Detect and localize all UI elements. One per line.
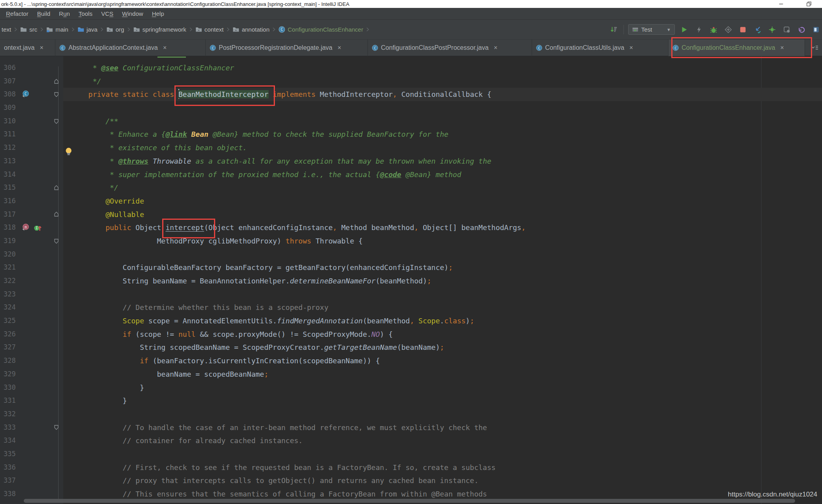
code-line: 335 xyxy=(0,447,822,461)
fold-marker xyxy=(49,274,63,288)
run-button[interactable] xyxy=(679,25,689,35)
code-line: 328 if (beanFactory.isCurrentlyInCreatio… xyxy=(0,354,822,368)
fold-marker[interactable] xyxy=(49,208,63,221)
code-line-text: // container for already cached instance… xyxy=(63,434,822,447)
tab-configurationclassenhancer-java[interactable]: CConfigurationClassEnhancer.java× xyxy=(669,40,805,56)
menu-item-run[interactable]: Run xyxy=(55,9,74,19)
code-editor[interactable]: 306 * @see ConfigurationClassEnhancer307… xyxy=(0,56,822,504)
close-icon[interactable]: × xyxy=(337,44,341,51)
gutter-icons xyxy=(18,328,49,341)
close-icon[interactable]: × xyxy=(629,44,633,51)
code-line-text: } xyxy=(63,394,822,408)
code-line: 336 // First, check to see if the reques… xyxy=(0,461,822,474)
menu-item-tools[interactable]: Tools xyxy=(74,9,97,19)
close-icon[interactable]: × xyxy=(163,44,167,51)
line-number: 331 xyxy=(0,394,18,408)
code-line-text: private static class BeanMethodIntercept… xyxy=(63,88,822,101)
debug-button[interactable] xyxy=(708,25,719,35)
stop-button[interactable] xyxy=(738,25,748,35)
gutter-icons: C xyxy=(18,88,49,101)
line-number: 336 xyxy=(0,461,18,474)
gutter-icons xyxy=(18,408,49,421)
code-line-text: } xyxy=(63,381,822,395)
horizontal-scrollbar[interactable] xyxy=(24,499,795,503)
gutter-icons xyxy=(18,461,49,474)
diff-button[interactable] xyxy=(782,25,792,35)
tab-configurationclasspostprocessor-java[interactable]: CConfigurationClassPostProcessor.java× xyxy=(368,40,532,56)
fold-marker[interactable] xyxy=(49,115,63,128)
code-line: 326 if (scope != null && scope.proxyMode… xyxy=(0,328,822,341)
code-line-text: * super implementation of the proxied me… xyxy=(63,168,822,181)
fold-marker[interactable] xyxy=(49,88,63,101)
gutter-icons xyxy=(18,101,49,115)
coverage-button[interactable] xyxy=(723,25,733,35)
menu-item-vcs[interactable]: VCS xyxy=(97,9,118,19)
class-marker-icon[interactable]: C xyxy=(21,91,29,98)
line-number: 324 xyxy=(0,301,18,314)
tab-configurationclassutils-java[interactable]: CConfigurationClassUtils.java× xyxy=(532,40,669,56)
overrides-marker-icon[interactable]: I xyxy=(34,224,42,232)
menu-item-window[interactable]: Window xyxy=(118,9,148,19)
breadcrumb-label: main xyxy=(55,26,68,33)
edge-tool-button[interactable] xyxy=(811,25,821,35)
fold-marker xyxy=(49,168,63,181)
breadcrumb-item-src[interactable]: src xyxy=(19,25,38,34)
fold-marker xyxy=(49,128,63,141)
fold-marker xyxy=(49,155,63,168)
window-minimize-button[interactable] xyxy=(776,1,786,7)
tab-ontext-java[interactable]: ontext.java× xyxy=(0,40,55,56)
intention-lightbulb-icon[interactable] xyxy=(64,147,73,156)
breadcrumb-label: text xyxy=(2,26,11,33)
breadcrumb-item-springframework[interactable]: springframework xyxy=(133,25,187,34)
breadcrumb-item-text[interactable]: text xyxy=(1,25,12,34)
method-marker-icon[interactable]: m xyxy=(21,224,29,232)
update-project-button[interactable] xyxy=(752,25,763,35)
breadcrumb-item-configurationclassenhancer[interactable]: CConfigurationClassEnhancer xyxy=(278,25,364,34)
menu-item-help[interactable]: Help xyxy=(148,9,169,19)
hidden-tabs-menu-button[interactable] xyxy=(811,45,819,52)
close-icon[interactable]: × xyxy=(494,44,497,51)
code-line-text xyxy=(63,288,822,301)
profiler-button[interactable] xyxy=(694,25,704,35)
code-area[interactable]: 306 * @see ConfigurationClassEnhancer307… xyxy=(0,61,822,501)
run-configuration-selector[interactable]: Test▼ xyxy=(628,24,675,35)
commit-button[interactable] xyxy=(767,25,777,35)
chevron-right-icon xyxy=(69,27,77,32)
sort-button[interactable] xyxy=(609,25,619,35)
code-line: 313 * @throws Throwable as a catch-all f… xyxy=(0,155,822,168)
breadcrumb-item-annotation[interactable]: annotation xyxy=(232,25,270,34)
code-line: 319 MethodProxy cglibMethodProxy) throws… xyxy=(0,234,822,248)
line-number: 315 xyxy=(0,181,18,194)
line-number: 338 xyxy=(0,487,18,501)
fold-marker xyxy=(49,261,63,274)
chevron-right-icon xyxy=(364,27,371,32)
code-line: 333 // To handle the case of an inter-be… xyxy=(0,421,822,434)
menu-item-refactor[interactable]: Refactor xyxy=(2,9,33,19)
rollback-button[interactable] xyxy=(796,25,807,35)
window-restore-button[interactable] xyxy=(804,1,814,7)
code-line-text: @Nullable xyxy=(63,208,822,221)
fold-marker[interactable] xyxy=(49,421,63,434)
fold-marker[interactable] xyxy=(49,75,63,88)
code-line: 324 // Determine whether this bean is a … xyxy=(0,301,822,314)
breadcrumb-item-java[interactable]: java xyxy=(77,25,98,34)
breadcrumb-label: src xyxy=(29,26,37,33)
folder-main-icon xyxy=(46,26,53,33)
fold-marker[interactable] xyxy=(49,234,63,248)
fold-marker[interactable] xyxy=(49,181,63,194)
line-number: 329 xyxy=(0,368,18,381)
tab-abstractapplicationcontext-java[interactable]: CAbstractApplicationContext.java× xyxy=(55,40,206,56)
breadcrumb-item-main[interactable]: main xyxy=(45,25,69,34)
run-config-label: Test xyxy=(641,26,652,33)
line-number: 314 xyxy=(0,168,18,181)
code-line: 306 * @see ConfigurationClassEnhancer xyxy=(0,61,822,75)
breadcrumb-item-context[interactable]: context xyxy=(195,25,224,34)
breadcrumb-item-org[interactable]: org xyxy=(106,25,125,34)
menu-item-build[interactable]: Build xyxy=(33,9,55,19)
close-icon[interactable]: × xyxy=(780,44,784,51)
class-icon: C xyxy=(210,45,216,51)
line-number: 332 xyxy=(0,408,18,421)
tab-postprocessorregistrationdelegate-java[interactable]: CPostProcessorRegistrationDelegate.java× xyxy=(206,40,368,56)
close-icon[interactable]: × xyxy=(40,44,43,51)
line-number: 330 xyxy=(0,381,18,395)
